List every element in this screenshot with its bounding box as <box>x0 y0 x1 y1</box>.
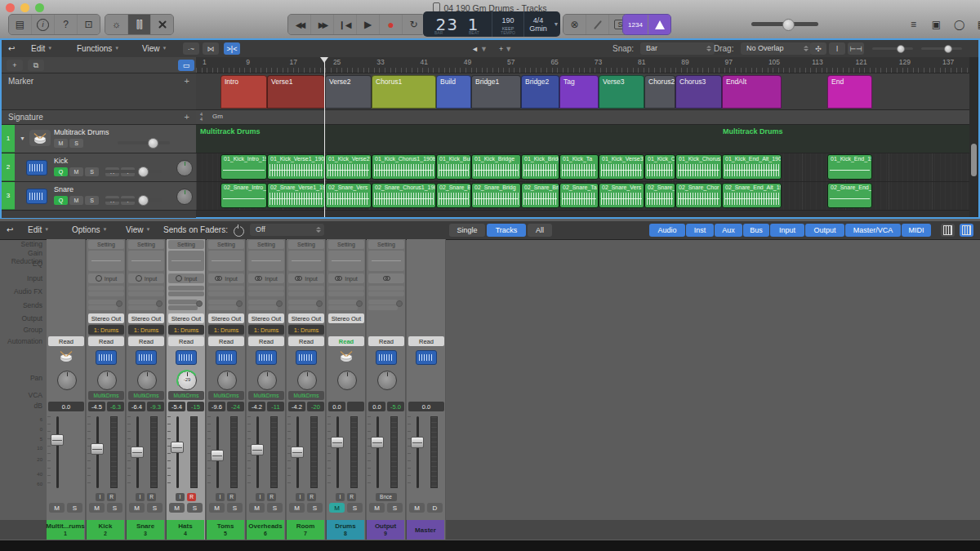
solo-button[interactable]: S <box>187 503 203 513</box>
fader-cap[interactable] <box>291 447 304 458</box>
inspector-icon[interactable]: i <box>32 15 54 34</box>
channel-setting-button[interactable]: Setting <box>368 240 404 249</box>
editors-icon[interactable] <box>151 15 173 34</box>
send-knob[interactable] <box>276 300 283 307</box>
channel-input-slot[interactable]: Input <box>168 273 204 283</box>
channel-setting-button[interactable]: Setting <box>88 240 124 249</box>
quick-help-icon[interactable]: ? <box>55 15 77 34</box>
send-slot[interactable] <box>208 305 238 310</box>
automation-mode-button[interactable]: Read <box>328 336 364 346</box>
vca-assignment-slot[interactable]: MultkDrms <box>208 391 244 400</box>
sends-on-faders-select[interactable]: Off <box>250 224 324 236</box>
channel-output-slot[interactable]: Stereo Out <box>88 313 124 323</box>
sends-on-faders-power-icon[interactable] <box>234 226 244 237</box>
channel-group-slot[interactable]: 1: Drums <box>128 325 164 335</box>
send-slot[interactable] <box>248 300 278 304</box>
peak-db-value[interactable]: -24 <box>227 402 244 411</box>
automation-mode-button[interactable]: Read <box>288 336 324 346</box>
channel-pan-knob[interactable] <box>137 371 157 390</box>
mixer-filter-input[interactable]: Input <box>770 224 804 237</box>
solo-button[interactable]: S <box>307 503 323 513</box>
track-volume-thumb[interactable] <box>138 195 149 206</box>
playhead-marker[interactable] <box>320 57 328 63</box>
mixer-filter-midi[interactable]: MIDI <box>902 224 931 237</box>
mixer-filter-master-vca[interactable]: Master/VCA <box>845 224 901 237</box>
send-slot[interactable] <box>328 305 358 310</box>
peak-db-value[interactable]: -5.0 <box>387 402 404 411</box>
region-kick[interactable]: 01_Kick_Verse3 <box>599 154 644 180</box>
channel-eq-thumbnail[interactable] <box>208 251 244 271</box>
mono-format-icon[interactable] <box>136 275 142 282</box>
region-kick[interactable]: 01_Kick_Buil <box>436 154 471 180</box>
secondary-tool-menu[interactable]: +▼ <box>497 42 514 55</box>
volume-db-value[interactable]: -4.2 <box>288 402 305 411</box>
marker-lane[interactable]: IntroVerse1Verse2Chorus1BuildBridge1Brid… <box>196 73 969 110</box>
track-header-multitrack-drums[interactable]: 1▼Multitrack DrumsMS <box>2 125 196 153</box>
send-slot[interactable] <box>328 300 358 304</box>
region-snare[interactable]: 02_Snare_Intro_1 <box>220 183 267 208</box>
send-slot[interactable] <box>208 300 238 304</box>
channel-name-plate[interactable]: Snare3 <box>127 520 164 540</box>
automation-mode-button[interactable]: Read <box>248 336 284 346</box>
input-monitor-button[interactable]: I <box>96 493 105 501</box>
audio-fx-slot[interactable] <box>208 291 244 296</box>
channel-eq-thumbnail[interactable] <box>168 251 204 271</box>
vca-assignment-slot[interactable]: MultkDrms <box>248 391 284 400</box>
vertical-zoom-thumb[interactable] <box>897 45 905 53</box>
horizontal-zoom-icon[interactable]: ⊢⊣ <box>848 42 864 55</box>
audio-fx-slot[interactable] <box>328 286 364 291</box>
send-slot[interactable] <box>128 300 158 304</box>
solo-button[interactable]: D <box>427 503 443 513</box>
region-kick[interactable]: 01_Kick_Chorus <box>675 154 722 180</box>
solo-button[interactable]: S <box>387 503 403 513</box>
marker-track-header[interactable]: Marker + <box>2 73 196 110</box>
track-pan-knob[interactable] <box>176 160 193 176</box>
fader-track[interactable] <box>416 416 419 488</box>
send-slot[interactable] <box>128 305 158 310</box>
channel-name-plate[interactable]: Drums8 <box>327 520 364 540</box>
drag-select[interactable]: No Overlap <box>741 42 812 55</box>
marker-intro[interactable]: Intro <box>220 75 267 109</box>
channel-pan-knob[interactable] <box>57 371 77 390</box>
lcd-chevron-icon[interactable]: ▼ <box>552 11 560 37</box>
mute-button[interactable]: M <box>329 503 345 513</box>
channel-eq-thumbnail[interactable] <box>328 251 364 271</box>
duplicate-track-button[interactable]: ⧉ <box>28 60 44 71</box>
audio-fx-slot[interactable] <box>288 291 324 296</box>
automation-mode-button[interactable]: Read <box>48 336 84 346</box>
record-enable-button[interactable]: R <box>267 493 276 501</box>
region-kick[interactable]: 01_Kick_Ch <box>644 154 675 180</box>
add-marker-button[interactable]: + <box>185 76 189 86</box>
channel-name-plate[interactable]: Room7 <box>287 520 324 540</box>
marker-end[interactable]: End <box>827 75 872 109</box>
arrange-menu-functions[interactable]: Functions▼ <box>77 42 119 55</box>
bar-ruler[interactable]: 191725334149576573818997105113121129137 <box>196 57 969 73</box>
channel-output-slot[interactable]: Stereo Out <box>168 313 204 323</box>
volume-db-value[interactable]: -9.6 <box>208 402 225 411</box>
record-enable-button[interactable]: R <box>147 493 156 501</box>
solo-button[interactable]: S <box>107 503 122 513</box>
track-s-button[interactable]: S <box>85 196 99 205</box>
track-disclosure-icon[interactable]: ▼ <box>20 136 25 141</box>
region-snare[interactable]: 02_Snare_End_ <box>827 183 872 208</box>
channel-pan-knob[interactable] <box>217 371 237 390</box>
send-knob[interactable] <box>356 300 363 307</box>
send-knob[interactable] <box>116 300 122 307</box>
peak-db-value[interactable]: -20 <box>307 402 324 411</box>
playhead[interactable] <box>324 57 325 217</box>
volume-db-value[interactable]: -4.2 <box>248 402 265 411</box>
peak-db-value[interactable]: -15 <box>187 402 204 411</box>
track-header-snare[interactable]: 3SnareQMSRI <box>2 182 196 211</box>
peak-db-value[interactable] <box>347 402 364 411</box>
loop-browser-icon[interactable]: ◯ <box>948 15 970 34</box>
send-knob[interactable] <box>196 300 203 307</box>
vca-assignment-slot[interactable]: MultkDrms <box>288 391 324 400</box>
volume-db-value[interactable]: 0.0 <box>48 402 84 411</box>
marker-tag[interactable]: Tag <box>559 75 599 109</box>
channel-setting-button[interactable]: Setting <box>288 240 324 249</box>
mixer-filter-bus[interactable]: Bus <box>743 224 769 237</box>
fader-cap[interactable] <box>131 447 144 458</box>
metronome-button[interactable] <box>648 15 670 34</box>
lcd-key-signature[interactable]: 4/4Gmin <box>524 11 552 37</box>
send-slot[interactable] <box>288 305 318 310</box>
